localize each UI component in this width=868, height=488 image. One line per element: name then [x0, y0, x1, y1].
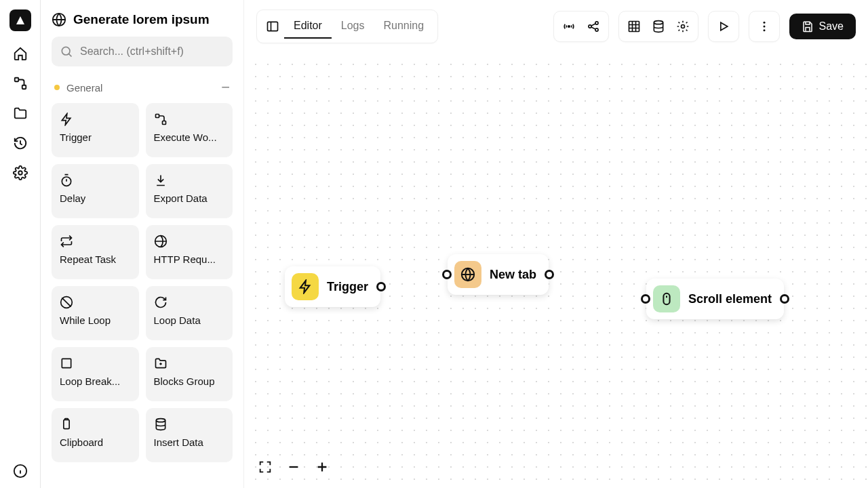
topbar: Editor Logs Running Save [244, 0, 868, 53]
block-while-loop[interactable]: While Loop [52, 286, 139, 340]
topbar-group-data [618, 11, 698, 42]
svg-rect-19 [629, 22, 639, 32]
svg-point-5 [62, 47, 70, 55]
zoom-controls [256, 458, 331, 476]
block-delay[interactable]: Delay [52, 164, 139, 218]
grid-icon[interactable] [622, 14, 646, 39]
home-icon[interactable] [13, 46, 28, 61]
workflow-icon[interactable] [13, 76, 28, 91]
mouse-icon [653, 285, 680, 312]
workflow-icon [154, 113, 225, 126]
tabs: Editor Logs Running [256, 9, 438, 43]
minus-icon[interactable] [285, 458, 302, 476]
svg-rect-7 [162, 121, 165, 125]
topbar-more [749, 11, 780, 42]
node-label: Trigger [327, 280, 368, 294]
gear-icon[interactable] [671, 14, 695, 39]
svg-point-23 [763, 26, 765, 28]
gear-icon[interactable] [13, 165, 28, 180]
svg-rect-28 [663, 293, 669, 305]
database-icon[interactable] [646, 14, 671, 39]
port-in[interactable] [442, 270, 452, 279]
square-icon [60, 357, 131, 370]
port-out[interactable] [376, 282, 386, 291]
sidebar: Generate lorem ipsum Search... (ctrl+shi… [41, 0, 244, 488]
node-trigger[interactable]: Trigger [285, 266, 380, 307]
folder-icon[interactable] [13, 106, 28, 121]
block-blocks-group[interactable]: Blocks Group [146, 347, 233, 401]
block-http-request[interactable]: HTTP Requ... [146, 225, 233, 279]
app-logo[interactable] [9, 9, 31, 31]
search-icon [60, 45, 73, 58]
workflow-title: Generate lorem ipsum [52, 12, 233, 27]
tab-logs[interactable]: Logs [332, 14, 374, 39]
dot-icon [54, 85, 60, 90]
svg-point-21 [681, 25, 684, 28]
globe-icon [154, 235, 225, 248]
block-execute-workflow[interactable]: Execute Wo... [146, 103, 233, 157]
panel-left-icon[interactable] [261, 15, 284, 38]
node-new-tab[interactable]: New tab [448, 254, 549, 295]
play-icon[interactable] [711, 14, 736, 39]
download-icon [154, 174, 225, 187]
node-scroll-element[interactable]: Scroll element [646, 279, 784, 319]
search-input[interactable]: Search... (ctrl+shift+f) [52, 37, 233, 66]
block-insert-data[interactable]: Insert Data [146, 408, 233, 462]
save-label: Save [819, 20, 844, 33]
share-icon[interactable] [581, 14, 606, 39]
svg-rect-11 [62, 359, 71, 367]
block-export-data[interactable]: Export Data [146, 164, 233, 218]
timer-icon [60, 174, 131, 187]
database-icon [154, 418, 225, 431]
loop-icon [60, 296, 131, 309]
tab-editor[interactable]: Editor [284, 14, 332, 39]
port-out[interactable] [545, 270, 554, 279]
blocks-grid: Trigger Execute Wo... Delay Export Data … [52, 103, 233, 462]
svg-point-15 [568, 26, 570, 28]
svg-rect-12 [64, 420, 69, 428]
lightning-icon [60, 113, 131, 126]
topbar-play [708, 11, 739, 42]
info-icon[interactable] [13, 464, 28, 479]
collapse-icon[interactable]: − [221, 79, 230, 96]
port-out[interactable] [780, 294, 789, 304]
topbar-group-share [553, 11, 609, 42]
app-leftbar [0, 0, 41, 488]
more-vert-icon[interactable] [752, 14, 776, 39]
plus-icon[interactable] [313, 458, 331, 476]
category-general[interactable]: General − [54, 79, 230, 96]
block-clipboard[interactable]: Clipboard [52, 408, 139, 462]
svg-point-22 [763, 22, 765, 24]
svg-rect-6 [155, 115, 159, 118]
clipboard-icon [60, 418, 131, 431]
svg-rect-0 [14, 78, 18, 82]
globe-icon [52, 12, 66, 27]
canvas[interactable]: Trigger New tab Scroll element [244, 53, 868, 488]
globe-icon [454, 261, 481, 288]
fullscreen-icon[interactable] [256, 458, 274, 476]
block-trigger[interactable]: Trigger [52, 103, 139, 157]
svg-point-20 [654, 21, 663, 24]
node-label: New tab [490, 268, 536, 282]
repeat-icon [60, 235, 131, 248]
svg-point-2 [18, 171, 22, 175]
search-placeholder: Search... (ctrl+shift+f) [80, 45, 184, 58]
wires [244, 53, 448, 155]
svg-point-24 [763, 29, 765, 31]
block-loop-data[interactable]: Loop Data [146, 286, 233, 340]
lightning-icon [292, 273, 319, 300]
port-in[interactable] [641, 294, 650, 304]
save-button[interactable]: Save [789, 14, 856, 39]
history-icon[interactable] [13, 136, 28, 150]
block-loop-breakpoint[interactable]: Loop Break... [52, 347, 139, 401]
svg-point-8 [62, 177, 71, 186]
broadcast-icon[interactable] [557, 14, 581, 39]
main: Editor Logs Running Save [244, 0, 868, 488]
tab-running[interactable]: Running [374, 14, 434, 39]
refresh-icon [154, 296, 225, 309]
folder-plus-icon [154, 357, 225, 370]
workflow-title-text: Generate lorem ipsum [73, 12, 210, 27]
block-repeat-task[interactable]: Repeat Task [52, 225, 139, 279]
svg-point-13 [156, 419, 165, 422]
save-icon [802, 20, 814, 33]
